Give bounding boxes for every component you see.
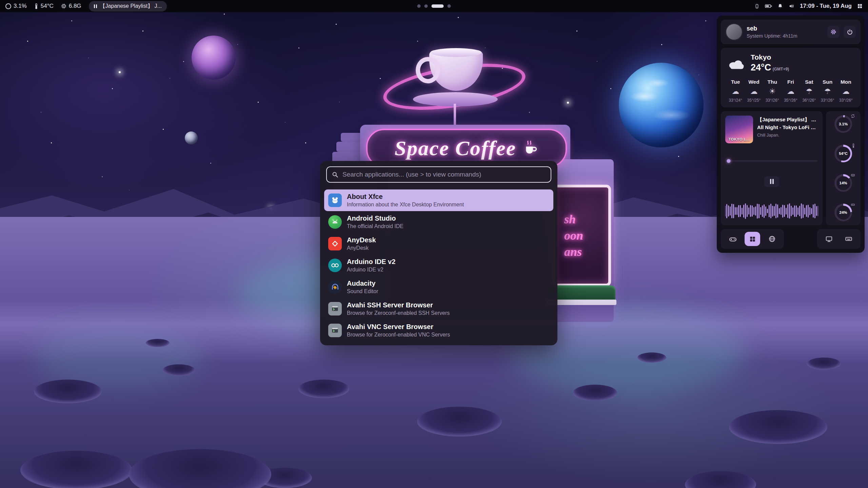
keyboard-icon: [845, 235, 852, 243]
crater: [163, 364, 195, 376]
app-title: Avahi VNC Server Browser: [347, 323, 450, 331]
crater: [417, 407, 502, 436]
shop-ledge: [336, 142, 374, 152]
sign-pole: [454, 104, 456, 130]
arduino-icon: [328, 259, 342, 272]
crater: [807, 358, 841, 370]
quick-actions-left: [721, 229, 784, 249]
apps-button[interactable]: [745, 232, 760, 246]
weather-card: Tokyo 24°C (GMT+9) Tue ☁ 33°/24° Wed ☁ 3…: [721, 48, 861, 107]
media-progress-bar[interactable]: [726, 160, 817, 162]
search-input[interactable]: [342, 170, 546, 179]
forecast-row: Tue ☁ 33°/24° Wed ☁ 35°/25° Thu ☀ 33°/26…: [726, 79, 855, 103]
user-name: seb: [747, 25, 823, 32]
monitor-icon: [825, 235, 833, 243]
settings-button[interactable]: [827, 26, 840, 38]
search-icon: [332, 171, 338, 178]
temp-value: 54°C: [41, 3, 54, 9]
keyboard-button[interactable]: [841, 232, 856, 246]
planet-purple: [192, 36, 236, 80]
weather-rain-icon: ☂: [824, 88, 831, 95]
gamepad-button[interactable]: [725, 232, 741, 246]
workspace-dot[interactable]: [448, 4, 451, 8]
screen-button[interactable]: [821, 232, 837, 246]
ram-icon: [851, 173, 855, 177]
memory-value: 6.8G: [69, 3, 81, 9]
forecast-day: Sat ☂ 36°/26°: [800, 79, 818, 103]
stats-card: 3.1% 54°C: [826, 111, 861, 225]
temp-stat: 54°C: [834, 145, 852, 162]
pause-button[interactable]: [764, 176, 779, 187]
app-list: About Xfce Information about the Xfce De…: [324, 189, 553, 341]
app-item-avahi-vnc[interactable]: Avahi VNC Server Browser Browse for Zero…: [324, 320, 553, 341]
memory-stat-value: 14%: [839, 181, 847, 185]
workspace-dot-active[interactable]: [432, 4, 444, 8]
thermometer-icon: [34, 3, 38, 9]
cpu-indicator: 3.1%: [5, 3, 27, 9]
disk-stat: 24%: [834, 204, 852, 221]
app-item-arduino-ide[interactable]: Arduino IDE v2 Arduino IDE v2: [324, 255, 553, 276]
pause-icon: [94, 4, 97, 8]
search-box[interactable]: [326, 166, 551, 183]
progress-knob[interactable]: [727, 159, 731, 163]
phone-link-icon[interactable]: [754, 3, 760, 9]
forecast-day: Thu ☀ 33°/26°: [763, 79, 782, 103]
media-subtitle: Chill Japan.: [757, 133, 818, 138]
crater: [637, 352, 666, 363]
weather-timezone: (GMT+9): [773, 67, 789, 72]
cpu-value: 3.1%: [14, 3, 27, 9]
app-item-audacity[interactable]: Audacity Sound Editor: [324, 276, 553, 298]
media-card: TOKYO L... 【Japanese Playlist】 Japan All…: [721, 111, 823, 225]
anydesk-icon: [328, 237, 342, 250]
workspace-dot[interactable]: [417, 4, 421, 8]
crater: [20, 451, 132, 488]
avatar: [726, 23, 743, 40]
app-item-about-xfce[interactable]: About Xfce Information about the Xfce De…: [324, 189, 553, 211]
app-item-android-studio[interactable]: Android Studio The official Android IDE: [324, 211, 553, 233]
app-title: Avahi SSH Server Browser: [347, 301, 450, 309]
crater: [34, 380, 102, 403]
app-item-anydesk[interactable]: AnyDesk AnyDesk: [324, 233, 553, 255]
bright-star: [567, 102, 569, 104]
workspace-dot[interactable]: [425, 4, 428, 8]
crater: [298, 380, 349, 398]
xfce-icon: [328, 194, 342, 207]
app-launcher: About Xfce Information about the Xfce De…: [320, 161, 557, 345]
app-desc: Browse for Zeroconf-enabled SSH Servers: [347, 310, 450, 316]
app-grid-icon[interactable]: [857, 3, 863, 9]
globe-button[interactable]: [764, 232, 780, 246]
weather-cloud-icon: ☁: [750, 88, 757, 95]
memory-stat: 14%: [834, 174, 852, 192]
top-bar: 3.1% 54°C: [0, 0, 868, 12]
battery-icon[interactable]: [765, 4, 772, 8]
clock[interactable]: 17:09 - Tue, 19 Aug: [800, 3, 852, 9]
crater: [729, 410, 827, 444]
app-title: Audacity: [347, 280, 378, 287]
temp-indicator: 54°C: [34, 3, 54, 9]
power-icon: [847, 29, 853, 35]
quick-actions-right: [817, 229, 861, 249]
small-moon: [185, 131, 198, 144]
weather-city: Tokyo: [751, 53, 789, 61]
media-pill[interactable]: 【Japanese Playlist】 J...: [89, 1, 167, 12]
crater: [573, 385, 617, 401]
crater: [146, 339, 170, 347]
forecast-day: Wed ☁ 35°/25°: [745, 79, 763, 103]
app-item-avahi-ssh[interactable]: Avahi SSH Server Browser Browse for Zero…: [324, 298, 553, 320]
power-button[interactable]: [844, 26, 856, 38]
desktop: Space Coffee sh oon ans: [0, 0, 868, 488]
app-title: Arduino IDE v2: [347, 258, 395, 266]
floating-cup: [429, 50, 483, 91]
waveform: [725, 201, 818, 221]
bell-icon[interactable]: [777, 3, 783, 9]
thermometer-icon: [852, 143, 855, 148]
shop-ledge: [341, 133, 370, 142]
volume-icon[interactable]: [788, 3, 794, 9]
bright-star: [119, 71, 121, 73]
saturn-ring: [380, 56, 529, 118]
cpu-stat-value: 3.1%: [839, 122, 848, 126]
avahi-ssh-icon: [328, 302, 342, 316]
app-title: About Xfce: [347, 193, 464, 201]
forecast-day: Sun ☂ 33°/26°: [818, 79, 836, 103]
app-title: Android Studio: [347, 215, 403, 222]
